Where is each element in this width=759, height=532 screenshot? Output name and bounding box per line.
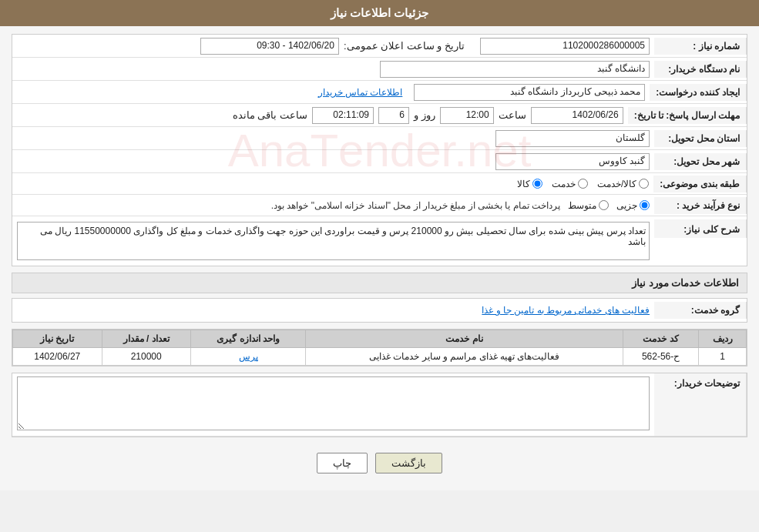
cell-tarikh: 1402/06/27: [13, 348, 102, 366]
etelaaat-tamas-link[interactable]: اطلاعات تماس خریدار: [318, 87, 403, 98]
cell-kod: ح-56-562: [623, 348, 699, 366]
table-header-row: ردیف کد خدمت نام خدمت واحد اندازه گیری ت…: [13, 330, 747, 348]
button-row: بازگشت چاپ: [12, 443, 747, 483]
col-tedad: تعداد / مقدار: [102, 330, 190, 348]
row-tozihat: توضیحات خریدار:: [12, 373, 747, 437]
khademat-section-title: اطلاعات خدمات مورد نیاز: [12, 273, 747, 293]
shomare-label: شماره نیاز :: [654, 38, 747, 55]
table-row: 1 ح-56-562 فعالیت‌های تهیه غذای مراسم و …: [13, 348, 747, 366]
radio-kala-khedmat: کالا/خدمت: [597, 179, 649, 189]
nam-dastgah-field: دانشگاه گنبد: [380, 61, 650, 78]
services-table-wrapper: ردیف کد خدمت نام خدمت واحد اندازه گیری ت…: [12, 329, 747, 366]
ostan-field: گلستان: [495, 130, 650, 147]
col-tarikh: تاریخ نیاز: [13, 330, 102, 348]
shahr-label: شهر محل تحویل:: [654, 153, 747, 170]
page-title: جزئیات اطلاعات نیاز: [331, 6, 428, 19]
mohlat-value-cell: 1402/06/26 ساعت 12:00 روز و 6 02:11:09 س…: [12, 105, 628, 126]
radio-kala-label: کالا: [517, 179, 530, 189]
cell-tedad: 210000: [102, 348, 190, 366]
row-nam-dastgah: نام دستگاه خریدار: دانشگاه گنبد: [12, 58, 747, 81]
row-mohlat: مهلت ارسال پاسخ: تا تاریخ: 1402/06/26 سا…: [12, 104, 747, 127]
ijad-konande-field: محمد ذبیحی کاربرداز دانشگاه گنبد: [414, 84, 645, 101]
tarikh-field: 1402/06/20 - 09:30: [200, 38, 339, 55]
row-ostan: استان محل تحویل: گلستان: [12, 127, 747, 150]
tozihat-label: توضیحات خریدار:: [654, 373, 747, 436]
gorohe-section: گروه خدمت: فعالیت های خدماتی مربوط به تا…: [12, 298, 747, 323]
radio-jozvi-label: جزیی: [616, 200, 637, 211]
tozihat-section: توضیحات خریدار:: [12, 373, 747, 437]
sharh-field: تعداد پرس پیش بینی شده برای سال تحصیلی ب…: [17, 222, 650, 260]
shahr-value-cell: گنبد کاووس: [12, 151, 654, 172]
tozihat-textarea[interactable]: [17, 376, 650, 430]
mohlat-saat-field: 12:00: [440, 107, 494, 124]
tabe-bandi-group: کالا/خدمت خدمت کالا: [12, 176, 653, 192]
tarikh-label: تاریخ و ساعت اعلان عمومی:: [344, 40, 465, 52]
ostan-value-cell: گلستان: [12, 128, 654, 149]
row-now-farayand: نوع فرآیند خرید : جزیی متوسط پرداخت تمام…: [12, 195, 747, 216]
page-header: جزئیات اطلاعات نیاز: [0, 0, 759, 26]
now-farayand-content: جزیی متوسط پرداخت تمام یا بخشی از مبلغ خ…: [12, 198, 654, 213]
row-shomare-tarikh: شماره نیاز : 1102000286000005 تاریخ و سا…: [12, 35, 747, 58]
ijad-konande-label: ایجاد کننده درخواست:: [650, 84, 747, 101]
mohlat-roz-field: 6: [378, 107, 409, 124]
radio-khedmat-label: خدمت: [552, 179, 576, 189]
radio-kala-input[interactable]: [532, 179, 542, 189]
radio-jozvi: جزیی: [616, 200, 650, 211]
radio-kala-khedmat-input[interactable]: [639, 179, 649, 189]
row-sharh: شرح کلی نیاز: تعداد پرس پیش بینی شده برا…: [12, 216, 747, 266]
farayand-note: پرداخت تمام یا بخشی از مبلغ خریدار از مح…: [271, 200, 560, 211]
radio-kala-khedmat-label: کالا/خدمت: [597, 179, 636, 189]
cell-radif: 1: [699, 348, 747, 366]
radio-mottavaset-label: متوسط: [568, 200, 596, 211]
row-ijad-konande: ایجاد کننده درخواست: محمد ذبیحی کاربرداز…: [12, 81, 747, 104]
row-tabe-bandi: طبقه بندی موضوعی: کالا/خدمت خدمت کالا: [12, 173, 747, 195]
mohlat-baghimande-field: 02:11:09: [312, 107, 374, 124]
sharh-label: شرح کلی نیاز:: [654, 219, 747, 238]
row-shahr: شهر محل تحویل: گنبد کاووس: [12, 150, 747, 173]
cell-nam: فعالیت‌های تهیه غذای مراسم و سایر خدمات …: [306, 348, 623, 366]
row-gorohe: گروه خدمت: فعالیت های خدماتی مربوط به تا…: [12, 299, 747, 322]
shomare-value-cell: 1102000286000005 تاریخ و ساعت اعلان عموم…: [12, 35, 654, 57]
sharh-value-cell: تعداد پرس پیش بینی شده برای سال تحصیلی ب…: [12, 219, 654, 263]
col-kod: کد خدمت: [623, 330, 699, 348]
services-table: ردیف کد خدمت نام خدمت واحد اندازه گیری ت…: [12, 330, 747, 366]
tabe-bandi-label: طبقه بندی موضوعی:: [653, 176, 747, 192]
tozihat-content: [12, 373, 654, 436]
tarikh-group: تاریخ و ساعت اعلان عمومی: 1402/06/20 - 0…: [200, 38, 465, 55]
mohlat-baghimande-label: ساعت باقی مانده: [233, 109, 307, 121]
radio-khedmat-input[interactable]: [578, 179, 588, 189]
chap-button[interactable]: چاپ: [317, 453, 368, 473]
bazgasht-button[interactable]: بازگشت: [375, 453, 442, 473]
col-vahed: واحد اندازه گیری: [190, 330, 306, 348]
ostan-label: استان محل تحویل:: [654, 130, 747, 147]
gorohe-value-cell: فعالیت های خدماتی مربوط به تامین جا و غذ…: [12, 303, 654, 318]
mohlat-saat-label: ساعت: [499, 109, 526, 121]
gorohe-label: گروه خدمت:: [654, 302, 747, 319]
shahr-field: گنبد کاووس: [495, 153, 650, 170]
nam-dastgah-value-cell: دانشگاه گنبد: [12, 59, 654, 80]
main-form: AnaТender.net شماره نیاز : 1102000286000…: [12, 34, 747, 266]
radio-mottavaset-input[interactable]: [599, 200, 609, 210]
cell-vahed: پرس: [190, 348, 306, 366]
mohlat-label: مهلت ارسال پاسخ: تا تاریخ:: [628, 107, 747, 124]
radio-khedmat: خدمت: [552, 179, 588, 189]
gorohe-value-link[interactable]: فعالیت های خدماتی مربوط به تامین جا و غذ…: [482, 305, 650, 316]
mohlat-date-field: 1402/06/26: [531, 107, 623, 124]
ijad-konande-value-cell: محمد ذبیحی کاربرداز دانشگاه گنبد اطلاعات…: [12, 82, 650, 103]
radio-kala: کالا: [517, 179, 542, 189]
now-farayand-label: نوع فرآیند خرید :: [654, 197, 747, 214]
nam-dastgah-label: نام دستگاه خریدار:: [654, 61, 747, 78]
col-nam: نام خدمت: [306, 330, 623, 348]
col-radif: ردیف: [699, 330, 747, 348]
mohlat-roz-label: روز و: [414, 109, 435, 121]
radio-mottavaset: متوسط: [568, 200, 609, 211]
radio-jozvi-input[interactable]: [640, 200, 650, 210]
shomare-niaz-field: 1102000286000005: [480, 38, 650, 55]
